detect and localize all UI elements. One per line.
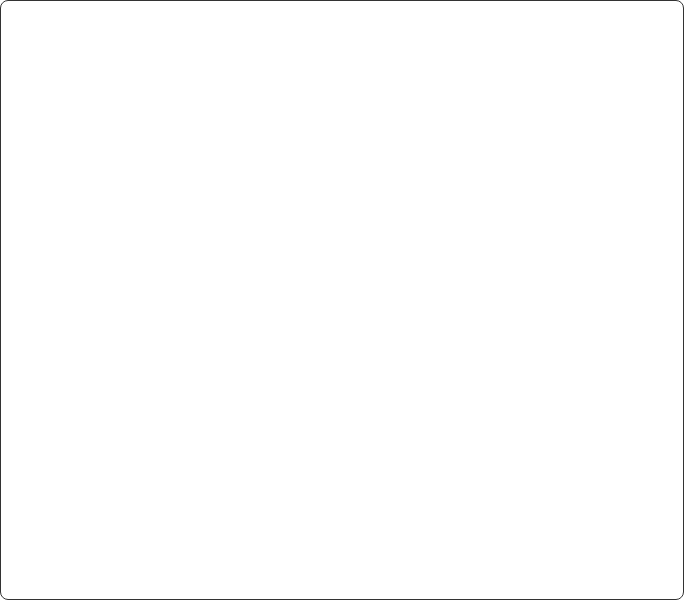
diagram-container [0,0,684,600]
